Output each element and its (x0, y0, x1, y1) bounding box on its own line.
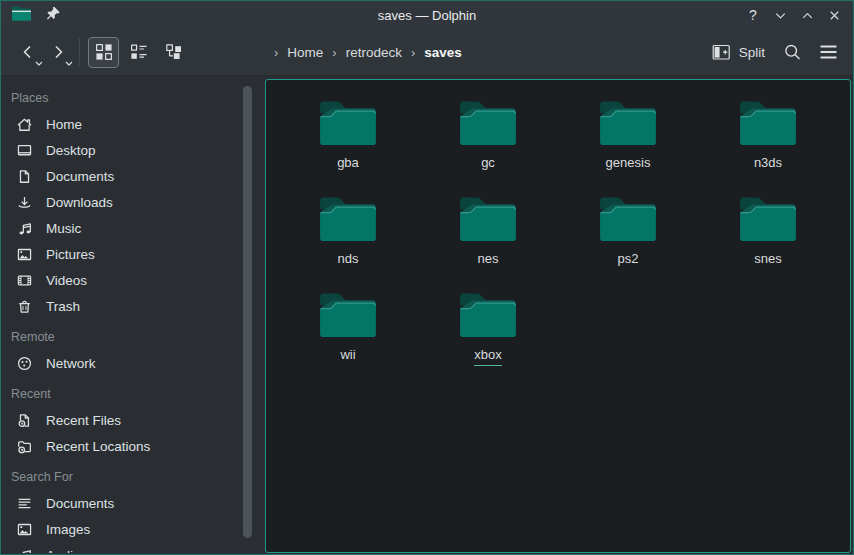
sidebar-item-label: Downloads (46, 195, 113, 210)
menu-button[interactable] (813, 37, 843, 67)
folder-icon (457, 97, 519, 148)
minimize-button[interactable] (771, 6, 789, 24)
recent-file-icon (16, 412, 33, 429)
close-icon (827, 8, 842, 23)
breadcrumb-separator-icon: › (265, 45, 287, 60)
toolbar: ›Home›retrodeck›saves Split (1, 29, 853, 76)
window-title: saves — Dolphin (1, 8, 853, 23)
sidebar-item-documents[interactable]: Documents (2, 490, 240, 516)
folder-nes[interactable]: nes (418, 193, 558, 284)
search-button[interactable] (777, 37, 807, 67)
icons-view-button[interactable] (88, 37, 119, 68)
folder-nds[interactable]: nds (278, 193, 418, 284)
chevron-down-icon (773, 8, 788, 23)
sidebar-item-music[interactable]: Music (2, 215, 240, 241)
folder-snes[interactable]: snes (698, 193, 838, 284)
arrow-left-icon (19, 43, 37, 61)
folder-genesis[interactable]: genesis (558, 97, 698, 188)
breadcrumb-item-saves[interactable]: saves (424, 45, 462, 60)
section-header-search-for: Search For (2, 463, 240, 490)
sidebar-item-label: Audio (46, 548, 81, 554)
sidebar-item-downloads[interactable]: Downloads (2, 189, 240, 215)
folder-icon (737, 97, 799, 148)
text-lines-icon (16, 495, 33, 512)
help-button[interactable]: ? (744, 6, 762, 24)
sidebar-item-home[interactable]: Home (2, 111, 240, 137)
sidebar-item-label: Videos (46, 273, 87, 288)
sidebar-item-audio[interactable]: Audio (2, 542, 240, 553)
back-button[interactable] (13, 36, 43, 68)
folder-icon (457, 193, 519, 244)
window-folder-icon (11, 5, 32, 26)
sidebar-item-network[interactable]: Network (2, 350, 240, 376)
section-header-recent: Recent (2, 380, 240, 407)
breadcrumb-separator-icon: › (323, 45, 345, 60)
forward-button[interactable] (43, 36, 73, 68)
pin-icon[interactable] (46, 6, 61, 25)
maximize-button[interactable] (798, 6, 816, 24)
sidebar-item-label: Documents (46, 496, 114, 511)
arrow-right-icon (49, 43, 67, 61)
video-icon (16, 272, 33, 289)
trash-icon (16, 298, 33, 315)
folder-icon (317, 289, 379, 340)
folder-label: nes (478, 251, 499, 270)
chevron-down-icon (35, 61, 43, 66)
folder-wii[interactable]: wii (278, 289, 418, 380)
desktop-icon (16, 142, 33, 159)
folder-grid: gba gc genesis n3ds nds nes ps2 snes wii… (278, 97, 850, 380)
folder-label: nds (338, 251, 359, 270)
sidebar-item-label: Images (46, 522, 90, 537)
sidebar-item-label: Pictures (46, 247, 95, 262)
folder-label: snes (754, 251, 781, 270)
sidebar-scrollbar[interactable] (243, 86, 252, 538)
compact-view-icon (130, 43, 148, 61)
folder-icon (597, 97, 659, 148)
folder-ps2[interactable]: ps2 (558, 193, 698, 284)
sidebar-item-videos[interactable]: Videos (2, 267, 240, 293)
hamburger-menu-icon (819, 44, 838, 60)
sidebar-item-label: Documents (46, 169, 114, 184)
sidebar-item-label: Recent Locations (46, 439, 150, 454)
folder-n3ds[interactable]: n3ds (698, 97, 838, 188)
folder-label: gc (481, 155, 495, 174)
chevron-down-icon (65, 61, 73, 66)
close-button[interactable] (825, 6, 843, 24)
folder-gba[interactable]: gba (278, 97, 418, 188)
tree-view-button[interactable] (158, 37, 189, 68)
sidebar-item-trash[interactable]: Trash (2, 293, 240, 319)
folder-label: n3ds (754, 155, 782, 174)
sidebar-item-label: Desktop (46, 143, 96, 158)
document-icon (16, 168, 33, 185)
folder-view[interactable]: gba gc genesis n3ds nds nes ps2 snes wii… (265, 79, 851, 553)
sidebar-item-recent-files[interactable]: Recent Files (2, 407, 240, 433)
chevron-up-icon (800, 8, 815, 23)
compact-view-button[interactable] (123, 37, 154, 68)
toolbar-separator (79, 38, 80, 66)
breadcrumb-item-retrodeck[interactable]: retrodeck (346, 45, 402, 60)
folder-icon (597, 193, 659, 244)
network-icon (16, 355, 33, 372)
sidebar-item-documents[interactable]: Documents (2, 163, 240, 189)
split-button[interactable]: Split (706, 40, 771, 65)
sidebar-item-desktop[interactable]: Desktop (2, 137, 240, 163)
music-icon (16, 547, 33, 554)
titlebar[interactable]: saves — Dolphin ? (1, 1, 853, 29)
recent-folder-icon (16, 438, 33, 455)
sidebar-item-pictures[interactable]: Pictures (2, 241, 240, 267)
content-area: PlacesHomeDesktopDocumentsDownloadsMusic… (2, 77, 852, 553)
home-icon (16, 116, 33, 133)
folder-label: wii (340, 347, 355, 366)
tree-view-icon (165, 43, 183, 61)
folder-label: gba (337, 155, 359, 174)
folder-gc[interactable]: gc (418, 97, 558, 188)
breadcrumb-separator-icon: › (402, 45, 424, 60)
sidebar-item-recent-locations[interactable]: Recent Locations (2, 433, 240, 459)
image-icon (16, 246, 33, 263)
folder-xbox[interactable]: xbox (418, 289, 558, 380)
sidebar-item-label: Trash (46, 299, 80, 314)
breadcrumb-item-home[interactable]: Home (287, 45, 323, 60)
sidebar-item-images[interactable]: Images (2, 516, 240, 542)
icons-view-icon (95, 43, 113, 61)
search-icon (783, 43, 802, 62)
